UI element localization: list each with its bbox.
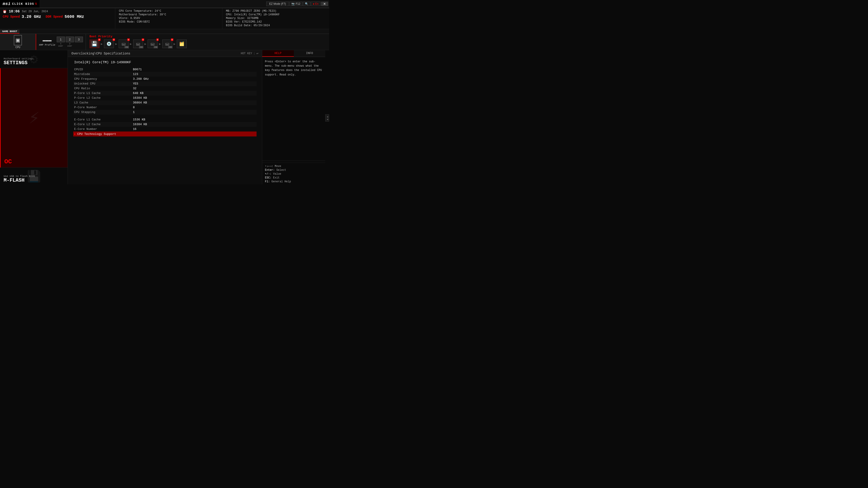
cpu-specs-panel: Intel(R) Core(TM) i9-14900KF CPUIDB0671M… — [68, 57, 262, 184]
cpu-model-name: Intel(R) Core(TM) i9-14900KF — [73, 61, 256, 64]
boot-arrow-1: ▶ — [101, 42, 103, 46]
help-shortcuts: ↑↓←→: MoveEnter: Select+/-: ValueESC: Ex… — [262, 163, 325, 184]
boot-device-icon-2: 💿 U — [104, 39, 114, 48]
shortcut-row: ↑↓←→: Move — [265, 165, 322, 168]
collapse-tab[interactable]: ◀◀ — [325, 114, 329, 122]
spec-label: Unlocked CPU — [74, 82, 133, 86]
search-button[interactable]: 🔍 — [303, 2, 310, 6]
boot-device-3[interactable]: 🖴 U USB — [119, 39, 129, 48]
left-sidebar: ⚙ Motherboard settings SETTINGS ⚡ OC 💾 U… — [0, 50, 68, 184]
sidebar-item-settings[interactable]: ⚙ Motherboard settings SETTINGS — [0, 50, 68, 68]
spec-label: CPUID — [74, 68, 133, 71]
xmp-icon-area: ▬▬▬ XMP Profile — [39, 37, 55, 46]
usb-badge-4: USB — [139, 46, 143, 48]
ez-mode-button[interactable]: EZ Mode (F7) — [266, 2, 289, 6]
boot-badge-2: U — [113, 38, 115, 41]
spec-value: 3.200 GHz — [133, 77, 256, 80]
boot-device-icon-6: 🖴 U USB — [162, 39, 172, 48]
boot-device-1[interactable]: 💾 U — [90, 39, 99, 48]
spacer-1 — [73, 115, 256, 117]
tab-help[interactable]: HELP — [262, 50, 294, 57]
spec-value: 16384 KB — [133, 123, 256, 126]
cpu-tech-support-row[interactable]: ▶ CPU Technology Support — [73, 131, 256, 136]
cpu-tech-support-label: CPU Technology Support — [77, 132, 136, 136]
cpu-boost-button[interactable]: ▣ CPU — [0, 34, 36, 50]
cpu-line: CPU: Intel(R) Core(TM) i9-14900KF — [226, 13, 326, 16]
spec-value: 123 — [133, 72, 256, 76]
xmp-btn-row: 1 2 3 — [57, 37, 83, 42]
spec-label: MicroCode — [74, 72, 133, 76]
boot-arrow-4: ▶ — [145, 42, 146, 46]
settings-title: SETTINGS — [4, 60, 64, 66]
right-help-panel: HELP INFO Press <Enter> to enter the sub… — [262, 50, 325, 184]
table-row: CPU Stepping1 — [73, 110, 256, 115]
shortcut-key: ↑↓←→: — [265, 165, 273, 168]
shortcut-action: Move — [275, 165, 281, 168]
mb-line: MB: Z790 PROJECT ZERO (MS-7E23) — [226, 9, 326, 13]
speed-row: CPU Speed 3.20 GHz DDR Speed 5600 MHz — [3, 14, 112, 19]
screenshot-button[interactable]: 📷 F12 — [289, 2, 303, 6]
logo-area: msi CLICK BIOS 5 — [0, 0, 39, 8]
shortcut-key: Enter: — [265, 168, 275, 172]
sidebar-item-oc[interactable]: ⚡ OC — [0, 68, 68, 168]
spec-value: B0671 — [133, 68, 256, 71]
shortcut-action: Value — [273, 172, 281, 175]
boot-device-5[interactable]: 🖴 U USB — [148, 39, 158, 48]
msi-logo: msi — [3, 2, 11, 6]
vcore-line: VCore: 0.958V — [119, 17, 219, 20]
cpu-speed-value: 3.20 GHz — [22, 14, 41, 19]
shortcut-key: F1: — [265, 180, 270, 183]
xmp-user1-label: 1user — [57, 43, 65, 47]
table-row: CPU Frequency3.200 GHz — [73, 76, 256, 81]
search-icon: 🔍 — [305, 2, 308, 5]
close-button[interactable]: ✕ — [321, 2, 328, 6]
shortcut-action: Exit — [273, 176, 280, 180]
usb-badge-6: USB — [168, 46, 173, 48]
mid-info-panel: CPU Core Temperature: 24°C Motherboard T… — [115, 8, 222, 29]
boot-device-4[interactable]: 🖴 U USB — [133, 39, 143, 48]
specs-group-2: E-Core L1 Cache1536 KBE-Core L2 Cache163… — [73, 117, 256, 131]
table-row: CPUIDB0671 — [73, 67, 256, 72]
table-row: E-Core L2 Cache16384 KB — [73, 122, 256, 127]
boot-priority-title: Boot Priority — [90, 35, 326, 38]
spec-label: CPU Stepping — [74, 110, 133, 114]
game-boost-bar: GAME BOOST ▣ CPU ▬▬▬ XMP Profile 1 2 3 1… — [0, 29, 329, 50]
left-info-panel: ⏰ 10:06 Sat 29 Jun, 2024 CPU Speed 3.20 … — [0, 8, 115, 29]
boot-badge-5: U — [156, 38, 159, 41]
spec-value: YES — [133, 82, 256, 86]
sidebar-item-mflash[interactable]: 💾 Use USB to flash BIOS M-FLASH — [0, 168, 68, 184]
specs-group-1: CPUIDB0671MicroCode123CPU Frequency3.200… — [73, 67, 256, 115]
breadcrumb: Overclocking\CPU Specifications — [71, 52, 130, 55]
circle-red-icon: ● — [313, 2, 314, 5]
oc-title: OC — [4, 158, 64, 165]
boot-device-2[interactable]: 💿 U — [104, 39, 114, 48]
usb-icon-5: 🖴 — [151, 41, 155, 46]
spec-value: 640 KB — [133, 92, 256, 95]
bios-date-line: BIOS Build Date: 05/29/2024 — [226, 24, 326, 27]
boot-badge-4: U — [142, 38, 144, 41]
spec-label: CPU Frequency — [74, 77, 133, 80]
spec-value: 16 — [133, 127, 256, 131]
boot-device-7[interactable]: 🗂️ — [177, 39, 187, 48]
cpu-button-label: CPU — [16, 46, 20, 49]
xmp-btn-3[interactable]: 3 — [75, 37, 83, 42]
spec-label: E-Core Number — [74, 127, 133, 131]
row-arrow-icon: ▶ — [74, 132, 76, 136]
xmp-btn-2[interactable]: 2 — [66, 37, 74, 42]
back-button[interactable]: ↩ — [256, 52, 258, 55]
hdd-icon-7: 🗂️ — [179, 41, 184, 46]
camera-icon: 📷 — [291, 2, 295, 5]
usb-drive-icon-1: 💾 — [91, 41, 97, 47]
oc-bg-icon: ⚡ — [1, 68, 68, 167]
clock-icon: ⏰ — [3, 10, 6, 13]
boot-arrow-6: ▶ — [174, 42, 176, 46]
shortcut-row: ESC: Exit — [265, 176, 322, 180]
help-text: Press <Enter> to enter the sub-menu. The… — [265, 60, 322, 77]
shortcut-key: +/-: — [265, 172, 272, 175]
language-button[interactable]: ● En — [311, 2, 320, 6]
xmp-btn-1[interactable]: 1 — [57, 37, 65, 42]
boot-device-6[interactable]: 🖴 U USB — [162, 39, 172, 48]
tab-info[interactable]: INFO — [294, 50, 326, 57]
game-boost-label: GAME BOOST — [0, 30, 20, 34]
mb-temp-line: Motherboard Temperature: 39°C — [119, 13, 219, 16]
